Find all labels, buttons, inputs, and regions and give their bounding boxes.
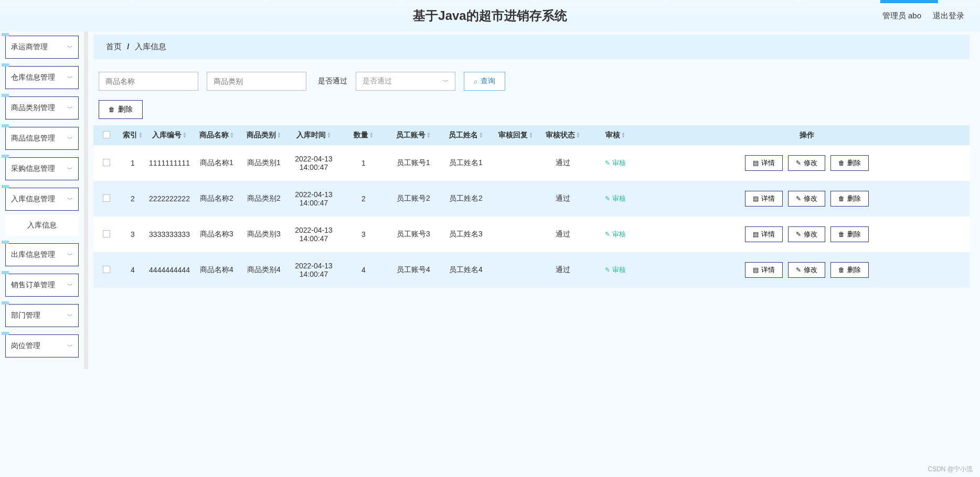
cell-category: 商品类别1 — [240, 158, 287, 168]
sidebar-item-inbound[interactable]: 入库信息管理﹀ — [5, 188, 79, 211]
sidebar-item-label: 入库信息管理 — [11, 194, 55, 204]
logout-link[interactable]: 退出登录 — [933, 11, 964, 21]
delete-label: 删除 — [118, 105, 133, 114]
cell-empname: 员工姓名3 — [440, 230, 492, 239]
table-row: 44444444444商品名称4商品类别42022-04-13 14:00:47… — [93, 252, 970, 288]
cell-account: 员工账号3 — [387, 230, 440, 239]
edit-icon: ✎ — [796, 231, 801, 238]
cell-qty: 4 — [340, 266, 387, 274]
edit-button[interactable]: ✎修改 — [788, 226, 825, 242]
query-button[interactable]: ⌕ 查询 — [464, 72, 505, 91]
sort-icon: ▲▼ — [427, 132, 431, 138]
sort-icon: ▲▼ — [369, 132, 374, 138]
th-ops: 操作 — [644, 131, 970, 140]
detail-button[interactable]: ▤详情 — [745, 191, 783, 207]
cell-time: 2022-04-13 14:00:47 — [287, 190, 340, 207]
sort-icon: ▲▼ — [327, 132, 331, 138]
cell-empname: 员工姓名2 — [440, 194, 492, 203]
batch-delete-button[interactable]: 🗑 删除 — [99, 100, 143, 119]
row-checkbox[interactable] — [103, 266, 110, 273]
sidebar-item-sales[interactable]: 销售订单管理﹀ — [5, 274, 79, 297]
audit-button[interactable]: ✎审核 — [605, 194, 626, 203]
sidebar-item-label: 部门管理 — [11, 311, 40, 320]
th-reply[interactable]: 审核回复▲▼ — [492, 131, 539, 140]
sidebar: 承运商管理﹀ 仓库信息管理﹀ 商品类别管理﹀ 商品信息管理﹀ 采购信息管理﹀ 入… — [0, 31, 84, 369]
filter-pass-select[interactable]: 是否通过 ﹀ — [356, 72, 455, 91]
cell-time: 2022-04-13 14:00:47 — [287, 155, 340, 171]
th-audit[interactable]: 审核▲▼ — [587, 131, 644, 140]
th-account[interactable]: 员工账号▲▼ — [387, 131, 440, 140]
delete-button[interactable]: 🗑删除 — [830, 262, 869, 278]
sidebar-item-outbound[interactable]: 出库信息管理﹀ — [5, 243, 79, 266]
row-checkbox[interactable] — [103, 159, 110, 166]
trash-icon: 🗑 — [838, 195, 845, 202]
edit-icon: ✎ — [605, 231, 610, 238]
sidebar-item-department[interactable]: 部门管理﹀ — [5, 304, 79, 327]
main-content: 首页 / 入库信息 是否通过 是否通过 ﹀ ⌕ 查询 🗑 删除 索引▲▼ — [88, 31, 980, 369]
edit-button[interactable]: ✎修改 — [788, 191, 825, 207]
chevron-down-icon: ﹀ — [67, 196, 73, 203]
audit-button[interactable]: ✎审核 — [605, 230, 626, 239]
sort-icon: ▲▼ — [621, 132, 625, 138]
sidebar-item-warehouse[interactable]: 仓库信息管理﹀ — [5, 66, 79, 89]
detail-button[interactable]: ▤详情 — [745, 226, 783, 242]
edit-button[interactable]: ✎修改 — [788, 155, 825, 171]
sidebar-item-label: 销售订单管理 — [11, 280, 55, 290]
th-index[interactable]: 索引▲▼ — [120, 131, 146, 140]
th-category[interactable]: 商品类别▲▼ — [240, 131, 287, 140]
detail-icon: ▤ — [753, 195, 759, 202]
breadcrumb-home[interactable]: 首页 — [106, 42, 122, 51]
trash-icon: 🗑 — [838, 159, 845, 167]
chevron-down-icon: ﹀ — [67, 135, 73, 143]
trash-icon: 🗑 — [838, 231, 845, 238]
row-checkbox[interactable] — [103, 194, 110, 202]
cell-category: 商品类别3 — [240, 230, 287, 239]
audit-button[interactable]: ✎审核 — [605, 265, 626, 275]
sidebar-scrollbar[interactable] — [84, 31, 88, 369]
sidebar-item-label: 承运商管理 — [11, 42, 48, 52]
detail-button[interactable]: ▤详情 — [745, 155, 783, 171]
edit-icon: ✎ — [796, 266, 801, 274]
filter-name-input[interactable] — [99, 72, 198, 91]
data-table: 索引▲▼ 入库编号▲▼ 商品名称▲▼ 商品类别▲▼ 入库时间▲▼ 数量▲▼ 员工… — [93, 125, 970, 288]
table-row: 11111111111商品名称1商品类别12022-04-13 14:00:47… — [93, 145, 970, 181]
th-status[interactable]: 审核状态▲▼ — [539, 131, 587, 140]
th-name[interactable]: 商品名称▲▼ — [193, 131, 240, 140]
trash-icon: 🗑 — [838, 266, 845, 274]
sidebar-item-carrier[interactable]: 承运商管理﹀ — [5, 36, 79, 59]
top-accent — [880, 0, 938, 3]
cell-status: 通过 — [539, 158, 587, 168]
sidebar-item-purchase[interactable]: 采购信息管理﹀ — [5, 157, 79, 180]
row-checkbox[interactable] — [103, 230, 110, 237]
edit-icon: ✎ — [605, 159, 610, 167]
select-all-checkbox[interactable] — [103, 131, 110, 138]
th-time[interactable]: 入库时间▲▼ — [287, 131, 340, 140]
delete-button[interactable]: 🗑删除 — [830, 226, 869, 242]
delete-button[interactable]: 🗑删除 — [830, 155, 869, 171]
detail-button[interactable]: ▤详情 — [745, 262, 783, 278]
table-row: 22222222222商品名称2商品类别22022-04-13 14:00:47… — [93, 181, 970, 216]
cell-status: 通过 — [539, 194, 587, 203]
sidebar-item-category[interactable]: 商品类别管理﹀ — [5, 96, 79, 120]
th-qty[interactable]: 数量▲▼ — [340, 131, 387, 140]
edit-button[interactable]: ✎修改 — [788, 262, 825, 278]
filter-pass-label: 是否通过 — [318, 77, 347, 86]
delete-button[interactable]: 🗑删除 — [830, 191, 869, 207]
sidebar-item-label: 商品类别管理 — [11, 103, 55, 113]
sidebar-item-product[interactable]: 商品信息管理﹀ — [5, 127, 79, 150]
sidebar-item-post[interactable]: 岗位管理﹀ — [5, 334, 79, 357]
detail-icon: ▤ — [753, 231, 759, 238]
audit-button[interactable]: ✎审核 — [605, 158, 626, 168]
user-label[interactable]: 管理员 abo — [882, 11, 921, 21]
sidebar-item-label: 仓库信息管理 — [11, 73, 55, 82]
cell-empname: 员工姓名4 — [440, 265, 492, 275]
th-empname[interactable]: 员工姓名▲▼ — [440, 131, 492, 140]
chevron-down-icon: ﹀ — [67, 312, 73, 320]
chevron-down-icon: ﹀ — [67, 342, 73, 350]
sidebar-sub-inbound-info[interactable]: 入库信息 — [5, 215, 79, 236]
chevron-down-icon: ﹀ — [67, 251, 73, 259]
th-code[interactable]: 入库编号▲▼ — [146, 131, 193, 140]
sort-icon: ▲▼ — [277, 132, 281, 138]
edit-icon: ✎ — [796, 159, 801, 167]
filter-category-input[interactable] — [207, 72, 306, 91]
